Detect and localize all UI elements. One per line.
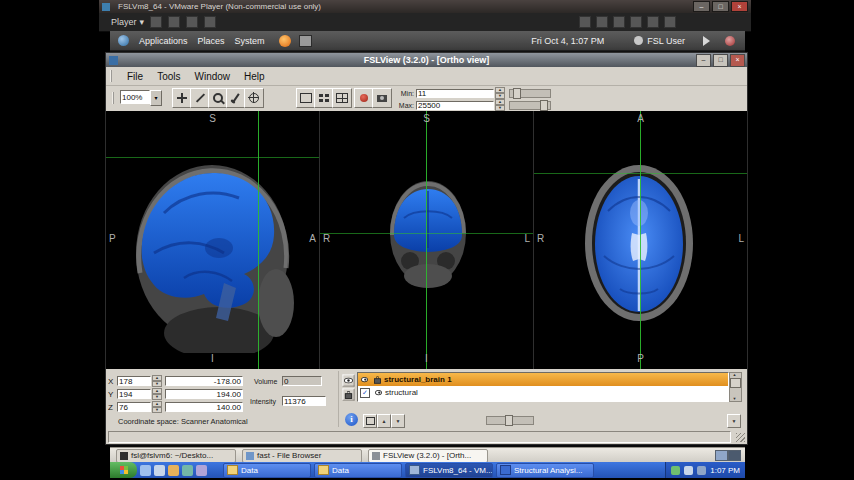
overlay-info-button[interactable]: i bbox=[345, 413, 358, 426]
scroll-down-icon[interactable]: ▼ bbox=[730, 397, 739, 401]
x-spin-buttons[interactable]: ▲ ▼ bbox=[152, 375, 162, 387]
single-view-button[interactable] bbox=[296, 88, 316, 108]
volume-spinbox[interactable] bbox=[282, 376, 322, 386]
min-slider-handle[interactable] bbox=[513, 88, 521, 99]
workspace-switcher[interactable] bbox=[715, 450, 741, 461]
fslview-close-button[interactable]: × bbox=[730, 54, 745, 67]
min-slider[interactable] bbox=[509, 89, 551, 98]
scrollbar-thumb[interactable] bbox=[730, 378, 741, 388]
player-menu[interactable]: Player ▾ bbox=[111, 17, 144, 27]
menu-applications[interactable]: Applications bbox=[139, 36, 188, 46]
overlay-options-button[interactable]: ▼ bbox=[727, 414, 741, 428]
y-mm-input[interactable] bbox=[165, 389, 243, 399]
max-spin-buttons[interactable]: ▲ ▼ bbox=[495, 99, 505, 111]
menu-file[interactable]: File bbox=[120, 69, 150, 84]
fslview-titlebar[interactable]: FSLView (3.2.0) - [Ortho view] – □ × bbox=[106, 53, 747, 67]
taskbar-button-vmware[interactable]: FSLVm8_64 - VM... bbox=[405, 463, 493, 478]
max-slider[interactable] bbox=[509, 101, 551, 110]
zoom-value-input[interactable] bbox=[120, 90, 150, 104]
movie-button[interactable] bbox=[354, 88, 374, 108]
ortho-pane-sagittal[interactable]: S I P A bbox=[106, 111, 320, 369]
tray-clock[interactable]: 1:07 PM bbox=[710, 466, 740, 475]
zoom-caret-icon[interactable]: ▾ bbox=[150, 90, 162, 106]
spin-down-icon[interactable]: ▼ bbox=[152, 381, 162, 387]
quicklaunch-app-icon[interactable] bbox=[196, 465, 207, 476]
overlay-add-button[interactable] bbox=[363, 414, 377, 428]
ortho-view-button[interactable] bbox=[332, 88, 352, 108]
vm-maximize-button[interactable]: □ bbox=[712, 1, 729, 12]
min-spin-buttons[interactable]: ▲ ▼ bbox=[495, 87, 505, 99]
visibility-checkbox[interactable]: ✓ bbox=[360, 388, 370, 398]
transparency-slider[interactable] bbox=[486, 416, 534, 425]
overlay-row-selected[interactable]: structural_brain 1 bbox=[358, 373, 728, 386]
draw-tool-button[interactable] bbox=[190, 88, 210, 108]
quicklaunch-media-icon[interactable] bbox=[182, 465, 193, 476]
lock-all-button[interactable] bbox=[343, 389, 355, 401]
overlay-down-button[interactable]: ▼ bbox=[391, 414, 405, 428]
distro-menu-icon[interactable] bbox=[118, 35, 129, 46]
toolbar-grip[interactable] bbox=[112, 92, 117, 104]
vm-power-icon[interactable] bbox=[150, 16, 162, 28]
vm-close-button[interactable]: × bbox=[731, 1, 748, 12]
eye-icon[interactable] bbox=[375, 390, 382, 395]
zoom-tool-button[interactable] bbox=[208, 88, 228, 108]
zoom-combobox[interactable]: ▾ bbox=[120, 90, 162, 106]
workspace-2[interactable] bbox=[728, 450, 741, 461]
shutdown-icon[interactable] bbox=[725, 36, 735, 46]
overlay-up-button[interactable]: ▲ bbox=[377, 414, 391, 428]
y-voxel-input[interactable] bbox=[117, 389, 151, 399]
vm-unity-icon[interactable] bbox=[647, 16, 659, 28]
panel-clock[interactable]: Fri Oct 4, 1:07 PM bbox=[531, 36, 604, 46]
menu-system[interactable]: System bbox=[235, 36, 265, 46]
vm-sound-icon[interactable] bbox=[630, 16, 642, 28]
panel-username[interactable]: FSL User bbox=[647, 36, 685, 46]
pan-tool-button[interactable] bbox=[172, 88, 192, 108]
menubar-grip[interactable] bbox=[110, 70, 115, 82]
spin-down-icon[interactable]: ▼ bbox=[152, 394, 162, 400]
max-slider-handle[interactable] bbox=[540, 100, 548, 111]
vm-devices-icon[interactable] bbox=[168, 16, 180, 28]
ortho-pane-coronal[interactable]: S I R L bbox=[320, 111, 534, 369]
vm-usb-icon[interactable] bbox=[613, 16, 625, 28]
taskbar-button-terminal[interactable]: fsl@fslvm6: ~/Deskto... bbox=[116, 449, 236, 463]
visibility-all-button[interactable] bbox=[343, 375, 355, 387]
vm-minimize-button[interactable]: – bbox=[693, 1, 710, 12]
terminal-launcher-icon[interactable] bbox=[299, 35, 312, 47]
intensity-input[interactable] bbox=[282, 396, 326, 406]
taskbar-button-fslview[interactable]: FSLView (3.2.0) - [Orth... bbox=[368, 449, 488, 463]
eye-icon[interactable] bbox=[361, 377, 368, 382]
spin-down-icon[interactable]: ▼ bbox=[152, 407, 162, 413]
fslview-minimize-button[interactable]: – bbox=[696, 54, 711, 67]
taskbar-button-document[interactable]: Structural Analysi... bbox=[496, 463, 594, 478]
volume-icon[interactable] bbox=[703, 36, 715, 46]
y-spin-buttons[interactable]: ▲ ▼ bbox=[152, 388, 162, 400]
start-button[interactable] bbox=[110, 462, 137, 478]
x-mm-input[interactable] bbox=[165, 376, 243, 386]
vm-settings-icon[interactable] bbox=[204, 16, 216, 28]
max-input[interactable] bbox=[416, 101, 494, 110]
menu-places[interactable]: Places bbox=[198, 36, 225, 46]
volume-tray-icon[interactable] bbox=[684, 466, 693, 475]
security-tray-icon[interactable] bbox=[671, 466, 680, 475]
snapshot-button[interactable] bbox=[372, 88, 392, 108]
vm-snapshot-icon[interactable] bbox=[186, 16, 198, 28]
firefox-icon[interactable] bbox=[279, 35, 291, 47]
min-input[interactable] bbox=[416, 89, 494, 98]
menu-help[interactable]: Help bbox=[237, 69, 272, 84]
quicklaunch-browser-icon[interactable] bbox=[140, 465, 151, 476]
quicklaunch-folder-icon[interactable] bbox=[168, 465, 179, 476]
overlay-list-scrollbar[interactable]: ▲ ▼ bbox=[729, 372, 742, 402]
z-spin-buttons[interactable]: ▲ ▼ bbox=[152, 401, 162, 413]
lightbox-view-button[interactable] bbox=[314, 88, 334, 108]
menu-window[interactable]: Window bbox=[187, 69, 237, 84]
ortho-pane-axial[interactable]: A P R L bbox=[534, 111, 747, 369]
quicklaunch-desktop-icon[interactable] bbox=[154, 465, 165, 476]
network-tray-icon[interactable] bbox=[697, 466, 706, 475]
vm-fullscreen-icon[interactable] bbox=[664, 16, 676, 28]
overlay-row[interactable]: ✓ structural bbox=[358, 386, 728, 399]
taskbar-button-data-2[interactable]: Data bbox=[314, 463, 402, 478]
taskbar-button-data-1[interactable]: Data bbox=[223, 463, 311, 478]
scroll-up-icon[interactable]: ▲ bbox=[730, 373, 739, 377]
menu-tools[interactable]: Tools bbox=[150, 69, 187, 84]
lock-icon[interactable] bbox=[374, 378, 381, 383]
